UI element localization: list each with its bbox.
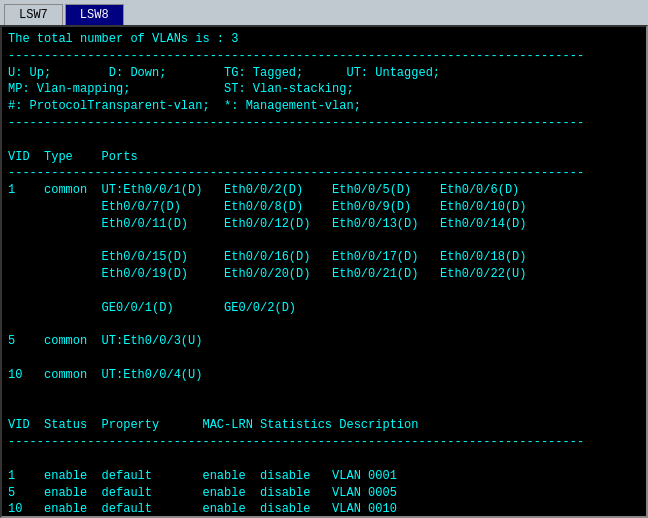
- tab-bar: LSW7 LSW8: [0, 0, 648, 25]
- tab-lsw8[interactable]: LSW8: [65, 4, 124, 25]
- terminal-output[interactable]: The total number of VLANs is : 3 -------…: [0, 25, 648, 518]
- main-window: LSW7 LSW8 The total number of VLANs is :…: [0, 0, 648, 518]
- tab-lsw7[interactable]: LSW7: [4, 4, 63, 25]
